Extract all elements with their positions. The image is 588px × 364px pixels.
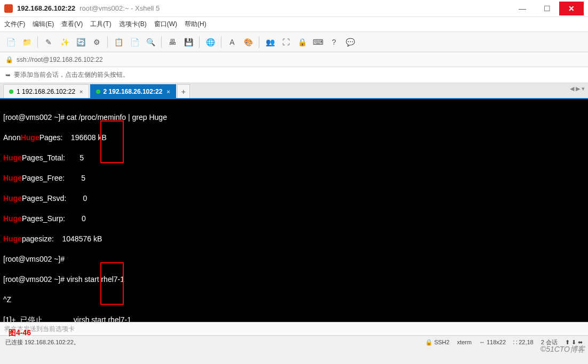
globe-icon[interactable]: 🌐 [204,36,217,48]
chat-icon[interactable]: 💬 [344,36,356,48]
figure-label: 图4-46 [7,328,32,338]
lock-icon[interactable]: 🔒 [296,36,308,48]
terminal-line: HugePages_Surp: 0 [3,214,585,224]
address-text: ssh://root@192.168.26.102:22 [17,56,103,63]
menu-window[interactable]: 窗口(W) [154,20,177,29]
tab-close-icon[interactable]: × [80,88,83,95]
compose-bar[interactable]: 将文本发送到当前选项卡 [0,322,588,336]
status-size: ↔ 118x22 [479,339,506,345]
fullscreen-icon[interactable]: ⛶ [280,36,292,48]
terminal-line: [root@vms002 ~]# virsh start rhel7-1 [3,274,585,285]
status-connection: 已连接 192.168.26.102:22。 [5,338,80,346]
terminal-line: AnonHugePages: 196608 kB [3,133,585,143]
wand-icon[interactable]: ✨ [58,36,71,48]
hint-bar: ➥ 要添加当前会话，点击左侧的箭头按钮。 [0,67,588,83]
properties-icon[interactable]: ⚙ [90,36,103,48]
menu-tabs[interactable]: 选项卡(B) [119,20,147,29]
terminal-line: ^Z [3,295,585,305]
app-logo-icon [4,4,13,13]
tab-label: 1 192.168.26.102:22 [17,88,75,95]
minimize-button[interactable]: — [510,2,535,15]
tab-bar: 1 192.168.26.102:22 × 2 192.168.26.102:2… [0,83,588,99]
hint-text: 要添加当前会话，点击左侧的箭头按钮。 [14,70,129,79]
new-session-icon[interactable]: 📄 [4,36,17,48]
tab-label: 2 192.168.26.102:22 [104,88,163,95]
menu-view[interactable]: 查看(V) [61,20,83,29]
status-termtype: xterm [457,339,472,345]
copy-icon[interactable]: 📋 [112,36,125,48]
users-icon[interactable]: 👥 [264,36,276,48]
address-bar[interactable]: 🔒 ssh://root@192.168.26.102:22 [0,52,588,67]
save-icon[interactable]: 💾 [182,36,195,48]
find-icon[interactable]: 🔍 [144,36,157,48]
status-dot-icon [96,90,100,94]
paste-icon[interactable]: 📄 [128,36,141,48]
menu-edit[interactable]: 编辑(E) [33,20,54,29]
arrow-icon[interactable]: ➥ [5,71,11,79]
status-dot-icon [9,90,13,94]
window-title-sub: root@vms002:~ - Xshell 5 [80,4,160,12]
tab-close-icon[interactable]: × [166,88,170,95]
terminal-line: HugePages_Total: 5 [3,153,585,163]
color-icon[interactable]: 🎨 [242,36,255,48]
status-bar: 已连接 192.168.26.102:22。 🔒 SSH2 xterm ↔ 11… [0,336,588,349]
menu-tools[interactable]: 工具(T) [90,20,111,29]
print-icon[interactable]: 🖶 [166,36,179,48]
separator [199,36,200,48]
terminal-output[interactable]: [root@vms002 ~]# cat /proc/meminfo | gre… [0,99,588,322]
menu-help[interactable]: 帮助(H) [185,20,206,29]
font-icon[interactable]: A [226,36,239,48]
terminal-line: HugePages_Rsvd: 0 [3,193,585,204]
separator [37,36,38,48]
terminal-line: HugePages_Free: 5 [3,173,585,183]
tab-session-2[interactable]: 2 192.168.26.102:22 × [90,84,176,98]
tab-nav[interactable]: ◀ ▶ ▾ [570,85,585,92]
window-title-main: 192.168.26.102:22 [17,4,75,12]
status-protocol: 🔒 SSH2 [425,339,450,346]
edit-icon[interactable]: ✎ [42,36,55,48]
terminal-line: [root@vms002 ~]# [3,254,585,264]
terminal-line: [1]+ 已停止 virsh start rhel7-1 [3,315,585,322]
status-position: ⸬ 22,18 [513,339,534,346]
open-icon[interactable]: 📁 [20,36,33,48]
close-button[interactable]: ✕ [559,2,584,15]
separator [221,36,221,48]
separator [161,36,162,48]
separator [259,36,259,48]
lock-icon: 🔒 [5,56,13,63]
terminal-line: [root@vms002 ~]# cat /proc/meminfo | gre… [3,112,585,123]
reconnect-icon[interactable]: 🔄 [74,36,87,48]
tab-add-button[interactable]: + [177,84,190,98]
keyboard-icon[interactable]: ⌨ [312,36,324,48]
watermark: ©51CTO博客 [541,345,585,354]
maximize-button[interactable]: ☐ [535,2,559,15]
help-icon[interactable]: ? [328,36,340,48]
terminal-line: Hugepagesize: 1048576 kB [3,234,585,244]
menu-bar: 文件(F) 编辑(E) 查看(V) 工具(T) 选项卡(B) 窗口(W) 帮助(… [0,17,588,32]
menu-file[interactable]: 文件(F) [4,20,25,29]
title-bar: 192.168.26.102:22 root@vms002:~ - Xshell… [0,0,588,17]
tab-session-1[interactable]: 1 192.168.26.102:22 × [3,84,89,98]
separator [107,36,108,48]
toolbar: 📄 📁 ✎ ✨ 🔄 ⚙ 📋 📄 🔍 🖶 💾 🌐 A 🎨 👥 ⛶ 🔒 ⌨ ? 💬 [0,32,588,52]
